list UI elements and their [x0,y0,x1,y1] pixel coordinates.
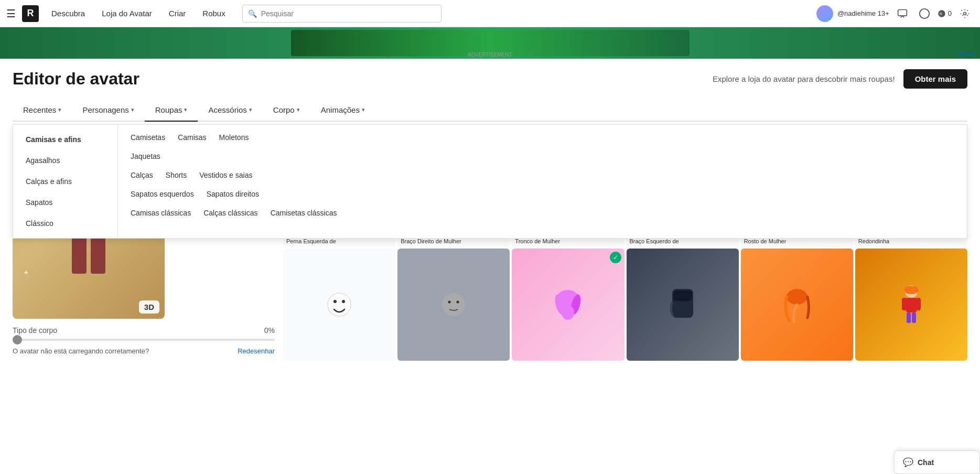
logo-char: R [27,8,34,19]
page-title: Editor de avatar [13,69,139,89]
ad-report[interactable]: Report [959,50,976,57]
link-jaquetas[interactable]: Jaquetas [131,152,160,160]
cat-recentes-label: Recentes [23,105,56,114]
cat-animacoes[interactable]: Animações ▾ [310,99,375,121]
svg-text:R: R [940,12,942,15]
cat-personagens[interactable]: Personagens ▾ [72,99,144,121]
slider-thumb[interactable] [13,335,22,344]
cat-corpo-label: Corpo [273,105,295,114]
svg-rect-30 [673,290,692,301]
svg-point-21 [342,300,345,303]
item-avatar-full[interactable] [855,249,967,361]
dropdown-agasalhos[interactable]: Agasalhos [13,150,117,171]
avatar-leg-left [72,237,87,274]
avatar-legs [68,237,110,274]
roupas-dropdown: Camisas e afins Agasalhos Calças e afins… [13,124,967,239]
item-img-avatar-full [855,249,967,361]
item-img-smiley [283,249,395,361]
cat-recentes[interactable]: Recentes ▾ [13,99,72,121]
nav-robux[interactable]: Robux [194,0,233,27]
nav-discover[interactable]: Descubra [43,0,93,27]
header: ☰ R Descubra Loja do Avatar Criar Robux … [0,0,980,27]
link-moletons[interactable]: Moletons [219,133,249,142]
svg-rect-37 [912,313,916,323]
dropdown-sapatos[interactable]: Sapatos [13,192,117,213]
dropdown-camisas-afins[interactable]: Camisas e afins [13,129,117,150]
item-pink-hair[interactable]: ✓ [512,249,624,361]
link-sapatos-dir[interactable]: Sapatos direitos [207,190,259,198]
link-shorts[interactable]: Shorts [166,171,187,179]
search-box[interactable]: 🔍 [242,5,441,23]
item-dark-hair[interactable] [627,249,739,361]
link-camisetas[interactable]: Camisetas [131,133,165,142]
category-nav-container: Recentes ▾ Personagens ▾ Roupas ▾ Acessó… [13,99,967,122]
settings-icon[interactable] [956,5,974,23]
title-right: Explore a loja do avatar para descobrir … [713,69,967,89]
link-camisetas-classicas[interactable]: Camisetas clássicas [271,209,337,217]
body-type-row: Tipo de corpo 0% [13,326,275,335]
menu-icon[interactable]: ☰ [6,7,16,20]
body-type-slider[interactable] [13,339,275,341]
svg-rect-0 [898,9,907,16]
avatar-3d-badge[interactable]: 3D [139,300,159,314]
svg-point-1 [920,8,929,18]
cat-acessorios-chevron: ▾ [249,106,252,113]
svg-point-20 [333,300,337,303]
item-img-pink-hair [512,249,624,361]
svg-rect-36 [907,313,911,323]
item-smiley-face[interactable] [283,249,395,361]
cat-animacoes-chevron: ▾ [362,106,365,113]
robux-count[interactable]: R 0 [938,9,952,18]
main-content: Editor de avatar Explore a loja do avata… [0,59,980,371]
svg-rect-34 [902,298,907,310]
cat-acessorios[interactable]: Acessórios ▾ [198,99,262,121]
link-vestidos[interactable]: Vestidos e saias [199,171,252,179]
item-img-dark-hair [627,249,739,361]
link-calcas[interactable]: Calças [131,171,153,179]
cat-corpo[interactable]: Corpo ▾ [263,99,310,121]
link-camisas[interactable]: Camisas [178,133,206,142]
redraw-button[interactable]: Redesenhar [238,347,275,355]
item-face-2[interactable] [397,249,510,361]
svg-rect-35 [916,298,921,310]
svg-point-38 [904,286,919,294]
nav-create[interactable]: Criar [160,0,195,27]
link-sapatos-esq[interactable]: Sapatos esquerdos [131,190,194,198]
obtain-more-button[interactable]: Obter mais [903,69,967,89]
logo[interactable]: R [22,5,39,22]
cat-personagens-chevron: ▾ [131,106,134,113]
search-input[interactable] [261,9,436,18]
dropdown-classico[interactable]: Clássico [13,213,117,234]
shield-icon[interactable] [916,5,933,23]
svg-point-19 [328,293,351,316]
avatar-leg-right [91,237,105,274]
link-camisas-classicas[interactable]: Camisas clássicas [131,209,191,217]
svg-point-31 [787,289,807,305]
main-nav: Descubra Loja do Avatar Criar Robux [43,0,234,27]
body-type-pct: 0% [264,326,275,335]
item-pink-hair-check: ✓ [610,252,621,263]
svg-rect-33 [906,298,917,313]
item-img-face2 [397,249,510,361]
dropdown-left: Camisas e afins Agasalhos Calças e afins… [13,125,118,238]
dropdown-calcas-afins[interactable]: Calças e afins [13,171,117,192]
avatar-icon[interactable] [816,5,833,22]
cat-personagens-label: Personagens [82,105,128,114]
search-icon: 🔍 [248,9,257,18]
username-label: @nadiehime 13+ [837,9,889,17]
cat-corpo-chevron: ▾ [297,106,300,113]
avatar-error-row: O avatar não está carregando corretament… [13,347,275,355]
item-orange-hair[interactable] [741,249,853,361]
ad-banner: ADVERTISEMENT Report [0,27,980,59]
cat-roupas-chevron: ▾ [184,106,187,113]
chat-btn[interactable] [893,5,911,23]
cat-acessorios-label: Acessórios [208,105,246,114]
body-type-label: Tipo de corpo [13,326,57,335]
dropdown-row-classico: Camisas clássicas Calças clássicas Camis… [131,209,954,217]
dropdown-row-calcas: Calças Shorts Vestidos e saias [131,171,954,179]
svg-point-23 [448,301,451,304]
cat-roupas[interactable]: Roupas ▾ [145,99,198,122]
nav-avatar-shop[interactable]: Loja do Avatar [93,0,160,27]
link-calcas-classicas[interactable]: Calças clássicas [203,209,257,217]
cat-roupas-label: Roupas [155,105,182,114]
